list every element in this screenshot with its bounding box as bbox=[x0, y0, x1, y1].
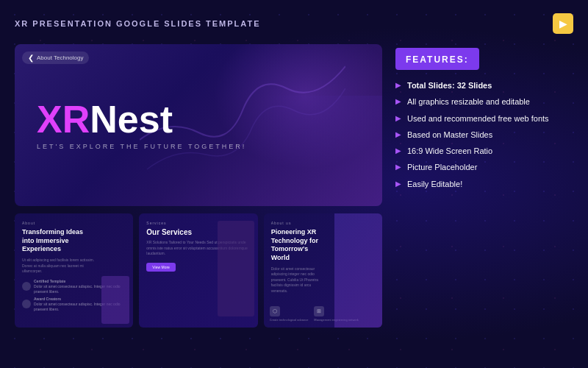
ms3-icon-label-1: Create technological advance bbox=[270, 318, 309, 322]
ms1-body: Ut elit adipiscing sed facilisis lorem a… bbox=[22, 258, 100, 275]
features-panel: FEATURES: ▶ Total Slides: 32 Slides ▶ Al… bbox=[395, 44, 573, 357]
ms3-image bbox=[334, 213, 382, 328]
main-slide: ❮ About Technology XRNest LET'S EXPLORE … bbox=[15, 44, 382, 206]
logo-text: XRNest bbox=[37, 98, 173, 141]
ms3-icon-sym-2: ⊞ bbox=[314, 306, 324, 316]
feature-item-1: ▶ Total Slides: 32 Slides bbox=[395, 80, 573, 91]
ms3-icon-sym-1: ⬡ bbox=[270, 306, 280, 316]
main-content: XR PRESENTATION GOOGLE SLIDES TEMPLATE ▶… bbox=[0, 0, 588, 368]
ms2-image bbox=[218, 221, 254, 316]
features-list: ▶ Total Slides: 32 Slides ▶ All graphics… bbox=[395, 80, 573, 189]
feature-text-4: Based on Master Slides bbox=[407, 130, 492, 140]
feature-text-7: Easily Editable! bbox=[407, 179, 462, 189]
feature-item-4: ▶ Based on Master Slides bbox=[395, 130, 573, 140]
nav-text: About Technology bbox=[37, 54, 83, 61]
nav-arrow: ❮ bbox=[28, 54, 34, 62]
logo-nest: Nest bbox=[90, 98, 173, 141]
feature-text-3: Used and recommended free web fonts bbox=[407, 113, 549, 124]
feature-item-5: ▶ 16:9 Wide Screen Ratio bbox=[395, 146, 573, 156]
feature-text-5: 16:9 Wide Screen Ratio bbox=[407, 146, 492, 156]
ms1-icon-2 bbox=[22, 300, 31, 308]
feature-arrow-1: ▶ bbox=[395, 81, 401, 89]
feature-arrow-2: ▶ bbox=[395, 97, 401, 105]
slides-icon[interactable]: ▶ bbox=[553, 13, 573, 34]
features-title: FEATURES: bbox=[406, 54, 469, 65]
page-title: XR PRESENTATION GOOGLE SLIDES TEMPLATE bbox=[15, 19, 261, 28]
logo-xr: XR bbox=[37, 98, 90, 141]
ms3-body: Dolor sit amet consecteaur adipiscing in… bbox=[271, 266, 329, 294]
feature-arrow-4: ▶ bbox=[395, 130, 401, 138]
view-more-button[interactable]: View More bbox=[146, 263, 176, 272]
ms1-icon-1 bbox=[22, 282, 31, 291]
feature-arrow-5: ▶ bbox=[395, 146, 401, 155]
ms3-icon-box-1: ⬡ Create technological advance bbox=[270, 306, 309, 322]
feature-arrow-6: ▶ bbox=[395, 163, 401, 171]
ms1-title: Transforming Ideas into Immersive Experi… bbox=[22, 228, 95, 254]
ms3-person bbox=[334, 213, 382, 328]
header: XR PRESENTATION GOOGLE SLIDES TEMPLATE ▶ bbox=[15, 13, 573, 34]
ms3-title: Pioneering XR Technology for Tomorrow's … bbox=[271, 228, 329, 263]
feature-item-3: ▶ Used and recommended free web fonts bbox=[395, 113, 573, 124]
feature-item-7: ▶ Easily Editable! bbox=[395, 179, 573, 189]
feature-arrow-7: ▶ bbox=[395, 180, 401, 188]
mini-slide-2: Services Our Services XR Solutions Tailo… bbox=[139, 213, 257, 328]
body-row: ❮ About Technology XRNest LET'S EXPLORE … bbox=[15, 44, 573, 357]
feature-item-6: ▶ Picture Placeholder bbox=[395, 162, 573, 172]
mini-slide-1: About Transforming Ideas into Immersive … bbox=[15, 213, 133, 328]
features-header: FEATURES: bbox=[395, 48, 479, 70]
slide-nav: ❮ About Technology bbox=[22, 52, 89, 64]
feature-text-2: All graphics resizable and editable bbox=[407, 96, 530, 107]
ms1-category: About bbox=[22, 221, 126, 225]
feature-text-1: Total Slides: 32 Slides bbox=[407, 80, 492, 91]
feature-item-2: ▶ All graphics resizable and editable bbox=[395, 96, 573, 107]
feature-arrow-3: ▶ bbox=[395, 114, 401, 122]
slides-area: ❮ About Technology XRNest LET'S EXPLORE … bbox=[15, 44, 382, 357]
bottom-slides: About Transforming Ideas into Immersive … bbox=[15, 213, 382, 328]
ms1-image bbox=[101, 276, 129, 324]
feature-text-6: Picture Placeholder bbox=[407, 162, 477, 172]
slide-logo: XRNest bbox=[37, 100, 173, 138]
slide-tagline: LET'S EXPLORE THE FUTURE TOGETHER! bbox=[37, 143, 246, 150]
mini-slide-3: About us Pioneering XR Technology for To… bbox=[264, 213, 382, 328]
